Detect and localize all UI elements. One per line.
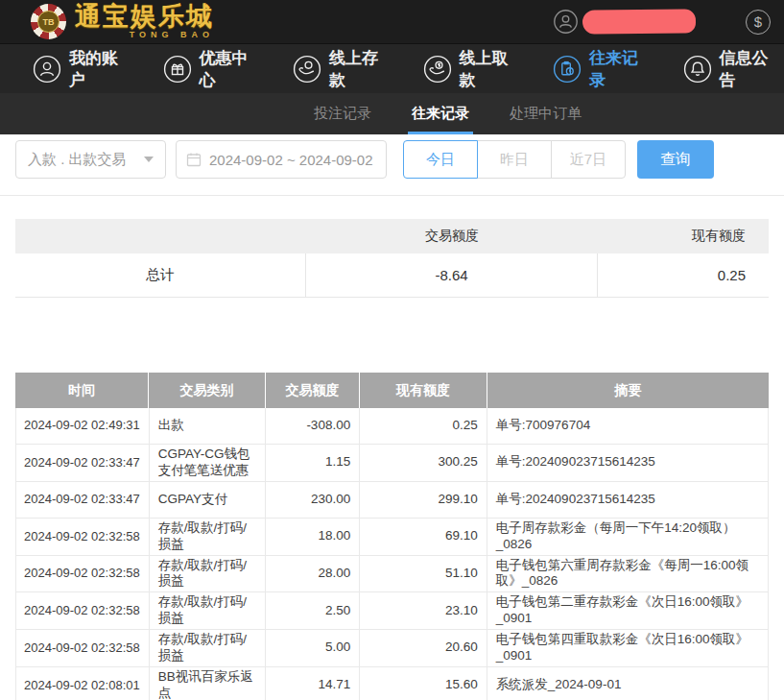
col-header-memo: 摘要 [487,373,769,408]
col-header-type: 交易类别 [149,373,266,408]
cell-type: CGPAY-CG钱包支付笔笔送优惠 [150,445,267,481]
cell-type: CGPAY支付 [150,482,267,518]
balance-dollar-icon[interactable]: $ [746,10,771,35]
cell-trade-amount: 14.71 [266,667,360,700]
calendar-icon [186,152,202,167]
cell-balance: 300.25 [360,445,487,481]
cell-time: 2024-09-02 02:49:31 [16,408,150,444]
cell-time: 2024-09-02 02:33:47 [16,445,150,481]
cell-time: 2024-09-02 02:08:01 [16,667,150,700]
summary-header-row: 交易额度 现有额度 [15,219,769,253]
cell-type: 存款/取款/打码/损益 [150,592,267,629]
transactions-table: 时间 交易类别 交易额度 现有额度 摘要 2024-09-02 02:49:31… [15,373,769,700]
nav-label: 线上存款 [329,47,394,91]
caret-down-icon [144,157,154,162]
cell-balance: 69.10 [360,519,487,555]
nav-label: 我的账户 [69,47,134,91]
cell-time: 2024-09-02 02:32:58 [16,519,150,555]
nav-label: 优惠中心 [200,47,265,91]
withdraw-hand-coin-icon [423,55,452,84]
nav-item-transaction-records[interactable]: 往来记录 [553,47,654,91]
cell-balance: 51.10 [360,556,487,592]
cell-memo: 电子钱包第二重存款彩金《次日16:00领取》_0901 [487,592,768,629]
cell-trade-amount: 1.15 [266,445,360,481]
cell-trade-amount: 28.00 [266,556,360,592]
logo-title: 通宝娱乐城 [75,4,214,30]
cell-trade-amount: 230.00 [266,482,360,518]
tab-pending-orders[interactable]: 处理中订单 [510,93,582,134]
summary-trade-total: -8.64 [306,253,598,297]
col-header-balance: 现有额度 [360,373,487,408]
nav-item-online-withdraw[interactable]: 线上取款 [423,47,525,91]
transaction-type-select[interactable]: 入款 . 出款交易 [15,140,166,179]
nav-item-promotions[interactable]: 优惠中心 [163,47,265,91]
cell-type: 存款/取款/打码/损益 [150,630,267,666]
cell-type: 出款 [150,408,267,444]
cell-memo: 电子钱包第六重周存款彩金《每周一16:00领取》_0826 [487,556,768,592]
cell-memo: 单号:202409023715614235 [487,482,768,518]
chip-monogram: TB [37,11,59,33]
table-header-row: 时间 交易类别 交易额度 现有额度 摘要 [15,373,769,408]
top-bar: TB 通宝娱乐城 TONG BAO $ [0,0,784,43]
table-row: 2024-09-02 02:32:58 存款/取款/打码/损益 18.00 69… [15,519,769,556]
cell-memo: 系统派发_2024-09-01 [487,667,768,700]
last-7-days-button[interactable]: 近7日 [551,140,626,179]
cell-time: 2024-09-02 02:32:58 [16,630,150,666]
quick-range-group: 今日 昨日 近7日 [403,140,626,179]
transaction-type-value: 入款 . 出款交易 [28,151,127,169]
clipboard-clock-icon [553,55,582,84]
logo-subtitle: TONG BAO [75,31,214,39]
tab-bet-records[interactable]: 投注记录 [314,93,371,134]
table-row: 2024-09-02 02:08:01 BB视讯百家乐返点 14.71 15.6… [15,667,769,700]
cell-trade-amount: -308.00 [266,408,360,444]
cell-trade-amount: 18.00 [266,519,360,555]
cell-trade-amount: 2.50 [266,592,360,629]
site-logo[interactable]: TB 通宝娱乐城 TONG BAO [31,4,214,39]
table-row: 2024-09-02 02:33:47 CGPAY支付 230.00 299.1… [15,482,769,519]
nav-label: 线上取款 [460,47,525,91]
poker-chip-logo-icon: TB [31,4,66,39]
cell-time: 2024-09-02 02:32:58 [16,556,150,592]
cell-balance: 23.10 [360,592,487,629]
cell-type: BB视讯百家乐返点 [150,667,267,700]
yesterday-button[interactable]: 昨日 [477,140,552,179]
today-button[interactable]: 今日 [403,140,478,179]
nav-label: 往来记录 [589,47,654,91]
date-range-input[interactable]: 2024-09-02 ~ 2024-09-02 [176,140,387,179]
sub-navigation: 投注记录 往来记录 处理中订单 [0,93,784,134]
table-row: 2024-09-02 02:32:58 存款/取款/打码/损益 5.00 20.… [15,630,769,667]
nav-label: 信息公告 [720,47,784,91]
nav-item-my-account[interactable]: 我的账户 [33,47,134,91]
summary-header-balance: 现有额度 [598,228,769,245]
table-row: 2024-09-02 02:32:58 存款/取款/打码/损益 2.50 23.… [15,592,769,630]
cell-balance: 15.60 [360,667,487,700]
summary-total-label: 总计 [15,253,306,297]
nav-item-online-deposit[interactable]: 线上存款 [293,47,394,91]
search-button[interactable]: 查询 [637,140,714,179]
nav-item-announcements[interactable]: 信息公告 [683,47,784,91]
account-person-icon[interactable] [553,9,579,35]
cell-memo: 单号:700976704 [487,408,768,444]
person-icon [33,55,61,84]
main-navigation: 我的账户 优惠中心 线上存款 线上取款 [0,43,784,93]
gift-icon [163,55,192,84]
col-header-time: 时间 [15,373,149,408]
cell-memo: 电子周存款彩金（每周一下午14:20领取）_0826 [487,519,768,555]
filter-bar: 入款 . 出款交易 2024-09-02 ~ 2024-09-02 今日 昨日 … [15,140,769,179]
cell-balance: 299.10 [360,482,487,518]
deposit-hand-coin-icon [293,55,321,84]
summary-balance-total: 0.25 [598,253,769,297]
divider [0,195,784,196]
cell-time: 2024-09-02 02:32:58 [16,592,150,629]
cell-time: 2024-09-02 02:33:47 [16,482,150,518]
cell-memo: 电子钱包第四重取款彩金《次日16:00领取》_0901 [487,630,768,666]
cell-trade-amount: 5.00 [266,630,360,666]
tab-transaction-records[interactable]: 往来记录 [412,93,469,134]
summary-table: 交易额度 现有额度 总计 -8.64 0.25 [15,219,769,298]
bell-icon [683,55,712,84]
cell-memo: 单号:202409023715614235 [487,445,768,481]
cell-balance: 20.60 [360,630,487,666]
date-range-value: 2024-09-02 ~ 2024-09-02 [209,152,373,168]
table-row: 2024-09-02 02:33:47 CGPAY-CG钱包支付笔笔送优惠 1.… [15,445,769,482]
redacted-username [582,9,696,34]
